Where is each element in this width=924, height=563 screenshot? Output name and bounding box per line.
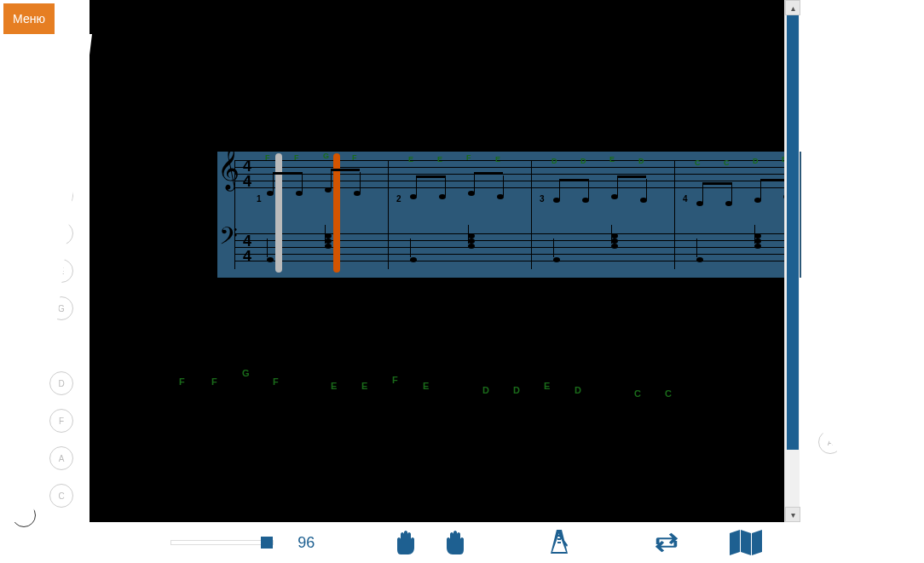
rightColC-note-F-7[interactable]: F: [893, 390, 917, 414]
falling-note-label: F: [179, 376, 185, 387]
leftCol2-note-F-9[interactable]: F: [49, 409, 73, 433]
menu-button[interactable]: Меню: [3, 3, 55, 34]
scroll-thumb[interactable]: [787, 15, 799, 450]
leftCol1-note-D-4[interactable]: D: [12, 279, 36, 302]
note-label: m: [864, 382, 871, 392]
barline: [674, 160, 675, 269]
note-label: F: [59, 154, 64, 164]
time-sig-top-treble: 4: [241, 158, 253, 174]
note-label: D#: [19, 60, 30, 70]
rightColC-note-D-1[interactable]: D: [893, 169, 917, 192]
tempo-thumb[interactable]: [261, 537, 273, 549]
stem: [474, 172, 475, 192]
leftCol1-note-G-9[interactable]: G: [12, 466, 36, 490]
note-label: F: [21, 324, 26, 333]
rightColB-note-m-4[interactable]: m: [856, 300, 880, 324]
note-label: 7: [865, 154, 870, 164]
note-label: F#: [56, 79, 66, 89]
score-note-label: C: [695, 158, 701, 167]
leftCol2-note-C-11[interactable]: C: [49, 484, 73, 508]
measure-num: 3: [540, 194, 545, 204]
bass-chord-note: [754, 238, 761, 244]
rightColB-note-B-1[interactable]: B: [856, 187, 880, 211]
note-label: F: [903, 398, 908, 407]
leftCol2-note-G-7[interactable]: G: [49, 296, 73, 320]
score-sheet: 𝄞 𝄢 4 4 4 4 1 2 3 4 FFGFEEFEDDEDCCDE: [217, 152, 801, 278]
falling-note-label: C: [665, 388, 672, 399]
falling-note-label: E: [331, 381, 337, 391]
rightColA-note-D-4[interactable]: D: [818, 281, 842, 305]
leftCol1-note-C-7[interactable]: C: [12, 391, 36, 415]
leftCol2-note-F-3[interactable]: F: [49, 146, 73, 170]
leftCol1-note-E-8[interactable]: E: [12, 428, 36, 452]
scroll-up-arrow[interactable]: ▴: [785, 0, 800, 15]
rightColB-note-E-3[interactable]: E: [856, 262, 880, 286]
leftCol1-note-Dsharp-0[interactable]: D#: [12, 53, 36, 77]
tempo-slider[interactable]: [170, 540, 274, 545]
note-label: C: [58, 229, 64, 238]
leftCol2-note-D-8[interactable]: D: [49, 371, 73, 395]
note-label: G: [20, 474, 27, 483]
vertical-scrollbar[interactable]: ▴ ▾: [784, 0, 800, 522]
rightColC-note-7-0[interactable]: 7: [893, 128, 917, 152]
note-label: M: [902, 289, 909, 298]
rightColB-note-7-2[interactable]: 7: [856, 221, 880, 245]
rightColA-note-Fsharp-0[interactable]: F#: [818, 128, 842, 152]
metronome-button[interactable]: [547, 527, 571, 558]
falling-note-label: E: [361, 381, 367, 391]
bass-notehead: [611, 244, 618, 249]
rightColA-note-E-5[interactable]: E: [818, 319, 842, 342]
rightColA-note-G-7[interactable]: G: [818, 393, 842, 417]
map-icon: [728, 528, 764, 557]
stem: [646, 179, 647, 199]
barline: [234, 160, 235, 269]
loop-button[interactable]: [653, 527, 680, 558]
bass-chord-note: [754, 233, 761, 238]
rightColC-note-G-3[interactable]: G: [893, 244, 917, 267]
rightColC-note-M-6[interactable]: M: [893, 353, 917, 376]
leftCol1-note-F-5[interactable]: F: [12, 316, 36, 340]
leftCol1-note-C-1[interactable]: C: [12, 128, 36, 152]
leftCol1-note-E-2[interactable]: E: [12, 166, 36, 190]
rightColC-note-M-2[interactable]: M: [893, 206, 917, 230]
rightColB-note-7-0[interactable]: 7: [856, 146, 880, 170]
leftCol2-note-A-4[interactable]: A: [49, 184, 73, 208]
time-sig-bot-bass: 4: [241, 249, 253, 264]
leftCol2-note-C-5[interactable]: C: [49, 221, 73, 245]
bass-chord-note: [468, 238, 475, 244]
rightColA-note-A-8[interactable]: A: [818, 430, 842, 454]
scroll-down-arrow[interactable]: ▾: [785, 507, 800, 522]
rightColB-note-m-6[interactable]: m: [856, 375, 880, 399]
note-label: E: [21, 174, 27, 183]
beam: [273, 172, 302, 175]
rightColA-note-F-6[interactable]: F: [818, 355, 842, 379]
leftCol1-note-A-6[interactable]: A: [12, 353, 36, 377]
rightColB-note-A-5[interactable]: A: [856, 337, 880, 361]
rightColC-note-M-4[interactable]: M: [893, 281, 917, 305]
leftCol1-note-B-10[interactable]: B: [12, 503, 36, 527]
leftCol1-note-G-3[interactable]: G: [12, 204, 36, 227]
note-label: D: [902, 176, 908, 186]
right-hand-button[interactable]: [442, 527, 465, 558]
stem: [503, 175, 504, 196]
view-mode-button[interactable]: [728, 527, 764, 558]
leftCol2-note-D-2[interactable]: D: [49, 109, 73, 133]
note-label: E: [865, 270, 871, 279]
rightColC-note-C-5[interactable]: C: [893, 319, 917, 342]
left-hand-button[interactable]: [396, 527, 419, 558]
treble-staff: [234, 160, 797, 194]
playhead-orange[interactable]: [333, 153, 340, 273]
stem: [553, 238, 554, 257]
playhead-gray[interactable]: [275, 153, 282, 273]
bass-chord-note: [611, 233, 618, 238]
hand-icon: [396, 529, 419, 556]
stem: [360, 172, 361, 192]
bass-notehead: [468, 244, 475, 249]
rightColA-note-A-1[interactable]: A: [818, 169, 842, 192]
leftCol2-note-A-10[interactable]: A: [49, 446, 73, 470]
rightColA-note-B-2[interactable]: B: [818, 206, 842, 230]
leftCol2-note-E-6[interactable]: E: [49, 259, 73, 283]
note-label: B: [828, 214, 834, 223]
rightColA-note-C-3[interactable]: C: [818, 244, 842, 267]
score-note-label: F: [265, 153, 270, 162]
